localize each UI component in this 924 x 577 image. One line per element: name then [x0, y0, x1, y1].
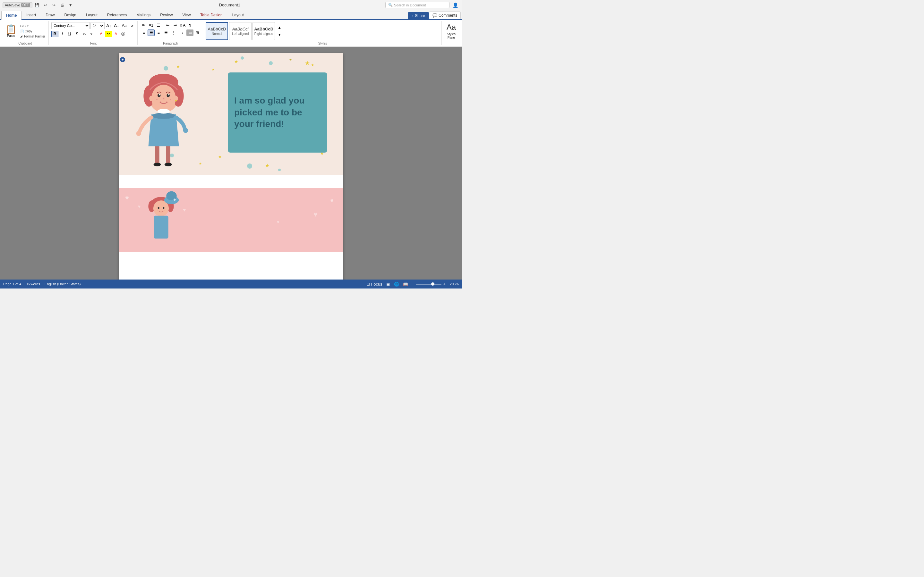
underline-button[interactable]: U — [66, 31, 73, 37]
font-name-row: Century Go... 14 A↑ A↓ Aa ⊘ — [51, 22, 136, 29]
text-effects-button[interactable]: Ⓐ — [120, 31, 127, 37]
cut-button[interactable]: ✂Cut — [19, 24, 47, 29]
number-list-button[interactable]: ≡1 — [148, 22, 155, 29]
autosave-badge[interactable]: AutoSave OFF — [3, 2, 32, 8]
undo-button[interactable]: ↩ — [42, 2, 49, 9]
highlight-button[interactable]: ab — [105, 31, 112, 37]
show-formatting-button[interactable]: ¶ — [186, 22, 194, 29]
print-layout-button[interactable]: ▣ — [385, 282, 391, 287]
svg-point-23 — [149, 96, 153, 101]
girl-illustration — [128, 56, 199, 172]
styles-down-button[interactable]: ▼ — [276, 31, 283, 38]
search-box[interactable]: 🔍 Search in Document — [385, 2, 449, 8]
paragraph-label: Paragraph — [140, 41, 201, 45]
clipboard-label: Clipboard — [4, 41, 47, 45]
subscript-button[interactable]: x₂ — [81, 31, 88, 37]
indent-button[interactable]: ⇥ — [172, 22, 179, 29]
bold-button[interactable]: B — [51, 31, 58, 37]
print-button[interactable]: 🖨 — [59, 2, 66, 9]
format-painter-button[interactable]: 🖌Format Painter — [19, 34, 47, 39]
comments-button[interactable]: 💬 Comments — [429, 11, 461, 19]
cut-icon: ✂ — [20, 24, 23, 28]
clear-formatting-button[interactable]: ⊘ — [128, 23, 136, 29]
tab-mailings[interactable]: Mailings — [132, 10, 155, 19]
style-normal-preview: AaBbCcD — [208, 27, 226, 31]
font-family-select[interactable]: Century Go... — [51, 22, 90, 29]
zoom-thumb — [431, 282, 435, 285]
decrease-font-button[interactable]: A↓ — [113, 23, 120, 29]
styles-up-button[interactable]: ▲ — [276, 24, 283, 31]
sort-button[interactable]: ⇅A — [179, 22, 186, 29]
strikethrough-button[interactable]: S — [73, 31, 81, 37]
tab-design[interactable]: Design — [59, 10, 81, 19]
align-center-button[interactable]: ☰ — [148, 29, 155, 36]
text-color-button[interactable]: A — [112, 31, 120, 37]
paste-button[interactable]: 📋 Paste — [4, 24, 18, 39]
style-right-aligned[interactable]: AaBbCcD Right-aligned — [252, 22, 275, 40]
zoom-out-button[interactable]: − — [411, 282, 415, 287]
save-button[interactable]: 💾 — [34, 2, 41, 9]
font-color-button[interactable]: A — [97, 31, 105, 37]
customize-button[interactable]: ▼ — [67, 2, 74, 9]
increase-font-button[interactable]: A↑ — [105, 23, 112, 29]
star-1: ★ — [234, 59, 238, 64]
clipboard-group: 📋 Paste ✂Cut 📄Copy 🖌Format Painter Clipb… — [2, 21, 49, 45]
svg-point-20 — [170, 99, 171, 100]
multilevel-list-button[interactable]: ☰ — [155, 22, 162, 29]
change-case-button[interactable]: Aa — [121, 23, 128, 29]
copy-button[interactable]: 📄Copy — [19, 29, 47, 34]
font-label: Font — [51, 41, 136, 45]
add-row-button[interactable]: + — [120, 57, 125, 62]
paste-icon: 📋 — [5, 25, 17, 34]
tab-references[interactable]: References — [102, 10, 132, 19]
borders-button[interactable]: ⊞ — [194, 29, 201, 36]
align-left-button[interactable]: ≡ — [140, 29, 147, 36]
outdent-button[interactable]: ⇤ — [164, 22, 171, 29]
search-icon: 🔍 — [388, 3, 393, 7]
svg-point-17 — [168, 94, 170, 95]
redo-button[interactable]: ↪ — [50, 2, 57, 9]
tab-review[interactable]: Review — [155, 10, 178, 19]
svg-point-37 — [157, 210, 158, 211]
tab-layout-2[interactable]: Layout — [228, 10, 249, 19]
comments-label: Comments — [439, 13, 457, 18]
style-normal[interactable]: AaBbCcD Normal — [206, 22, 228, 40]
star-2: ★ — [305, 60, 310, 67]
tab-home[interactable]: Home — [1, 11, 21, 20]
bullet-list-button[interactable]: ≡• — [140, 22, 147, 29]
document-area[interactable]: + ★ ★ ★ ★ ★ ★ ★ ★ ★ ★ ★ — [0, 47, 462, 279]
align-right-button[interactable]: ≡ — [155, 29, 162, 36]
superscript-button[interactable]: x² — [88, 31, 95, 37]
shading-button[interactable]: ▭ — [186, 29, 194, 36]
heart-6: ♥ — [277, 220, 279, 224]
svg-point-16 — [159, 94, 160, 95]
font-size-select[interactable]: 14 — [90, 22, 105, 29]
tab-draw[interactable]: Draw — [41, 10, 59, 19]
style-right-preview: AaBbCcD — [254, 27, 273, 31]
autosave-toggle[interactable]: OFF — [21, 3, 30, 7]
account-button[interactable]: 👤 — [451, 2, 459, 8]
read-mode-button[interactable]: 📖 — [402, 282, 409, 287]
styles-pane-button[interactable]: Aa StylesPane — [444, 21, 458, 41]
styles-pane-group: Aa StylesPane — [443, 21, 460, 45]
web-layout-button[interactable]: 🌐 — [393, 282, 400, 287]
italic-button[interactable]: I — [59, 31, 66, 37]
style-left-aligned[interactable]: AaBbCcl Left-aligned — [229, 22, 252, 40]
tab-layout[interactable]: Layout — [81, 10, 102, 19]
justify-button[interactable]: ☰ — [162, 29, 170, 36]
line-spacing-button[interactable]: ↕ — [179, 29, 186, 36]
align-extra-button[interactable]: ⋮ — [170, 29, 177, 36]
tab-insert[interactable]: Insert — [21, 10, 41, 19]
share-button[interactable]: ↑ Share — [408, 12, 429, 19]
zoom-slider[interactable] — [416, 284, 441, 285]
style-left-preview: AaBbCcl — [232, 27, 249, 31]
card-2-illustration — [144, 188, 186, 249]
ribbon-tabs: Home Insert Draw Design Layout Reference… — [0, 10, 462, 20]
tab-table-design[interactable]: Table Design — [195, 10, 227, 19]
tab-view[interactable]: View — [178, 10, 196, 19]
heart-4: ♥ — [313, 210, 318, 219]
comment-icon: 💬 — [433, 13, 437, 18]
dot-3 — [269, 61, 273, 65]
zoom-in-button[interactable]: + — [443, 282, 446, 287]
focus-button[interactable]: ⊡ Focus — [365, 282, 383, 287]
